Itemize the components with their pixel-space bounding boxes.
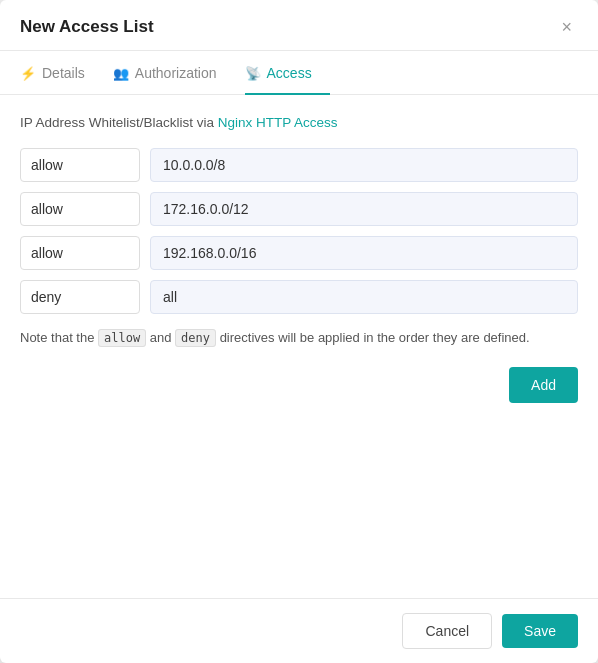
close-button[interactable]: ×: [555, 16, 578, 38]
modal-footer: Cancel Save: [0, 598, 598, 663]
modal: New Access List × ⚡ Details 👥 Authorizat…: [0, 0, 598, 663]
tab-details-label: Details: [42, 65, 85, 81]
tab-access-label: Access: [267, 65, 312, 81]
cancel-button[interactable]: Cancel: [402, 613, 492, 649]
tabs-bar: ⚡ Details 👥 Authorization 📡 Access: [0, 51, 598, 95]
tab-authorization[interactable]: 👥 Authorization: [113, 51, 235, 95]
directive-select-3[interactable]: allow deny: [20, 280, 140, 314]
entry-row-2: allow deny: [20, 236, 578, 270]
ip-input-0[interactable]: [150, 148, 578, 182]
ip-input-3[interactable]: [150, 280, 578, 314]
directive-select-2[interactable]: allow deny: [20, 236, 140, 270]
ip-input-2[interactable]: [150, 236, 578, 270]
deny-code-tag: deny: [175, 329, 216, 347]
allow-code-tag: allow: [98, 329, 146, 347]
directive-select-0[interactable]: allow deny: [20, 148, 140, 182]
tab-access[interactable]: 📡 Access: [245, 51, 330, 95]
info-text: IP Address Whitelist/Blacklist via Nginx…: [20, 115, 578, 130]
tab-authorization-label: Authorization: [135, 65, 217, 81]
note-prefix: Note that the: [20, 330, 98, 345]
access-icon: 📡: [245, 66, 261, 81]
info-prefix: IP Address Whitelist/Blacklist via: [20, 115, 218, 130]
add-btn-row: Add: [20, 367, 578, 403]
modal-body: IP Address Whitelist/Blacklist via Nginx…: [0, 95, 598, 598]
modal-header: New Access List ×: [0, 0, 598, 51]
authorization-icon: 👥: [113, 66, 129, 81]
entry-row-3: allow deny: [20, 280, 578, 314]
directive-select-1[interactable]: allow deny: [20, 192, 140, 226]
modal-title: New Access List: [20, 17, 154, 37]
save-button[interactable]: Save: [502, 614, 578, 648]
entry-row-0: allow deny: [20, 148, 578, 182]
note-and: and: [146, 330, 175, 345]
tab-details[interactable]: ⚡ Details: [20, 51, 103, 95]
add-button[interactable]: Add: [509, 367, 578, 403]
note-suffix: directives will be applied in the order …: [216, 330, 530, 345]
ip-input-1[interactable]: [150, 192, 578, 226]
entry-row-1: allow deny: [20, 192, 578, 226]
note-text: Note that the allow and deny directives …: [20, 328, 578, 349]
details-icon: ⚡: [20, 66, 36, 81]
nginx-http-access-link[interactable]: Nginx HTTP Access: [218, 115, 338, 130]
